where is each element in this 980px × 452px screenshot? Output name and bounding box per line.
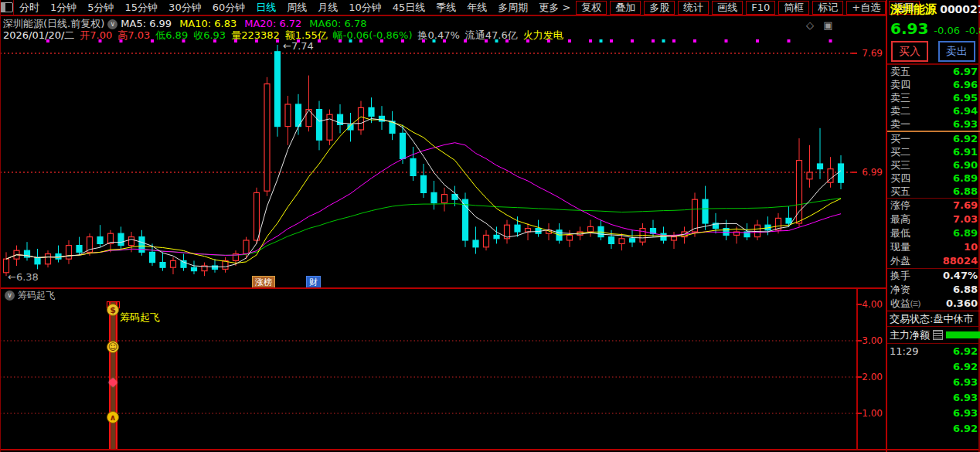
buy-queue-row[interactable]: 买四6.89 (887, 172, 980, 185)
queue-label: 买五 (890, 185, 910, 198)
signal-marker (495, 39, 499, 42)
main-force-label: 主力净额 (890, 328, 930, 342)
stat-row: 最高7.03 (887, 212, 980, 226)
signal-marker (600, 39, 603, 42)
main-candlestick-chart[interactable]: ←7.74←6.38 (0, 39, 858, 289)
period-周线[interactable]: 周线 (281, 0, 312, 15)
price-change-pct: -0.86% (965, 25, 980, 36)
money-bag-icon: $ (107, 304, 119, 316)
tool-+自选[interactable]: +自选 (846, 1, 886, 15)
panel-separator-line (0, 287, 887, 289)
tool-多股[interactable]: 多股 (644, 1, 675, 15)
period-1分钟[interactable]: 1分钟 (45, 0, 82, 15)
chart-window-icons[interactable]: ◇ ▣ (806, 19, 835, 31)
signal-marker (589, 39, 592, 42)
signal-marker (401, 39, 404, 42)
buy-queue-row[interactable]: 买三6.90 (887, 158, 980, 172)
stat-row: 现量10 (887, 240, 980, 254)
signal-marker (610, 39, 613, 42)
sell-button[interactable]: 卖出 (938, 41, 975, 62)
period-30分钟[interactable]: 30分钟 (163, 0, 207, 15)
tick-time: 11:29 (890, 344, 918, 359)
signal-marker (255, 39, 258, 42)
stat-row: 换手0.47% (887, 269, 980, 283)
signal-marker (547, 39, 550, 42)
period-更多 >[interactable]: 更多 > (533, 0, 576, 15)
tick-list: 11:296.926.926.936.936.936.92 (887, 344, 980, 437)
signal-marker (422, 39, 425, 42)
period-10分钟[interactable]: 10分钟 (343, 0, 387, 15)
tick-row: 6.93 (887, 406, 980, 421)
signal-marker (526, 39, 529, 42)
indicator-collapse-icon[interactable]: ∨ (5, 291, 15, 301)
sell-queue-row[interactable]: 卖二6.94 (887, 104, 980, 117)
candlestick-svg[interactable]: ←7.74←6.38 (0, 39, 858, 289)
stock-code: 000027 (940, 3, 980, 15)
tool-简框[interactable]: 简框 (778, 1, 809, 15)
stats-block-1: 涨停7.69最高7.03最低6.89现量10外盘88024 (887, 198, 980, 268)
tool-画线[interactable]: 画线 (712, 1, 743, 15)
period-45日线[interactable]: 45日线 (387, 0, 431, 15)
queue-price: 6.90 (953, 158, 978, 172)
buy-queue-row[interactable]: 买五6.88 (887, 185, 980, 198)
period-日线[interactable]: 日线 (250, 0, 281, 15)
queue-price: 6.92 (953, 132, 978, 145)
period-5分钟[interactable]: 5分钟 (82, 0, 119, 15)
period-15分钟[interactable]: 15分钟 (120, 0, 164, 15)
sell-queue-row[interactable]: 卖一6.93 (887, 117, 980, 131)
signal-marker (443, 39, 446, 42)
stat-label: 涨停 (890, 199, 910, 212)
period-多周期[interactable]: 多周期 (492, 0, 533, 15)
candles (4, 45, 844, 276)
sell-queue-row[interactable]: 卖四6.96 (887, 78, 980, 91)
signal-marker (829, 39, 832, 42)
period-分时[interactable]: 分时 (14, 0, 45, 15)
bottom-frame-line (0, 449, 980, 450)
buy-queue-row[interactable]: 买二6.91 (887, 145, 980, 158)
diamond-icon[interactable]: ◇ ▣ (806, 19, 835, 31)
period-季线[interactable]: 季线 (430, 0, 461, 15)
signal-marker (672, 39, 675, 42)
queue-price: 6.93 (953, 117, 978, 131)
tool-统计[interactable]: 统计 (678, 1, 709, 15)
sell-queue-row[interactable]: 卖五6.97 (887, 65, 980, 78)
queue-label: 买三 (890, 158, 910, 172)
sell-queue-row[interactable]: 卖三6.95 (887, 91, 980, 104)
period-年线[interactable]: 年线 (461, 0, 492, 15)
signal-marker (631, 39, 634, 42)
queue-price: 6.91 (953, 145, 978, 158)
stat-label: 最低 (890, 226, 910, 240)
tool-叠加[interactable]: 叠加 (610, 1, 641, 15)
buy-queue: 买一6.92买二6.91买三6.90买四6.89买五6.88 (887, 132, 980, 198)
tick-price: 6.92 (953, 359, 978, 375)
queue-label: 买四 (890, 172, 910, 185)
signal-marker (318, 39, 321, 42)
ma-value: MA60: 6.78 (309, 18, 366, 29)
trade-status: 交易状态:盘中休市 (887, 311, 980, 327)
buy-button[interactable]: 买入 (891, 41, 928, 62)
signal-marker (788, 39, 791, 42)
queue-price: 6.95 (953, 91, 978, 104)
panel-price-row: 6.93 -0.06 -0.86% (887, 19, 980, 39)
period-月线[interactable]: 月线 (312, 0, 343, 15)
buy-queue-row[interactable]: 买一6.92 (887, 132, 980, 145)
tick-price: 6.93 (953, 390, 978, 406)
ma-value: MA20: 6.72 (244, 18, 301, 29)
ma-value: MA5: 6.99 (121, 18, 172, 29)
tool-复权[interactable]: 复权 (576, 1, 607, 15)
layout-pane-icon[interactable] (0, 0, 14, 15)
trade-buttons: 买入 卖出 (887, 39, 980, 64)
list-icon[interactable] (933, 330, 943, 340)
stat-row: 最低6.89 (887, 226, 980, 240)
tool-F10[interactable]: F10 (746, 1, 775, 15)
signal-marker (349, 39, 352, 42)
sub-axis-line (856, 289, 858, 449)
signal-marker (276, 39, 279, 42)
peak-annotation: ←7.74 (283, 40, 314, 52)
tool-标记[interactable]: 标记 (812, 1, 843, 15)
queue-label: 卖四 (890, 78, 910, 91)
period-60分钟[interactable]: 60分钟 (207, 0, 251, 15)
tick-price: 6.93 (953, 406, 978, 421)
ma-value: MA10: 6.83 (179, 18, 236, 29)
collapse-chevron-icon[interactable]: ∨ (107, 19, 117, 29)
